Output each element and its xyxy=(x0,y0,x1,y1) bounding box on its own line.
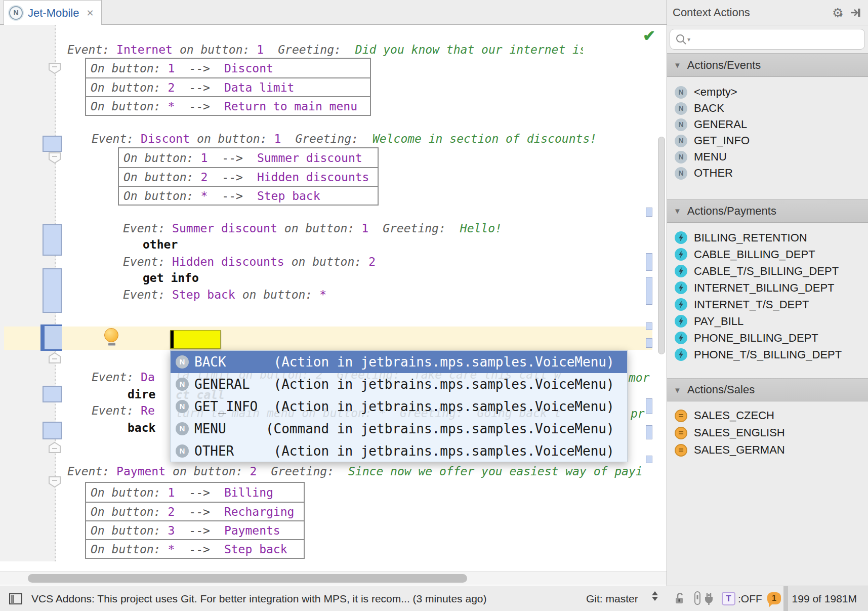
table-row[interactable]: On button:1-->Summer discount xyxy=(119,148,378,167)
stripe-marker[interactable] xyxy=(646,208,652,217)
collapse-icon[interactable]: ▼ xyxy=(674,61,681,69)
list-item[interactable]: CABLE_BILLING_DEPT xyxy=(667,246,868,263)
row-button[interactable]: 1 xyxy=(200,151,208,165)
memory-indicator[interactable]: 199 of 1981M xyxy=(783,586,868,611)
stripe-marker[interactable] xyxy=(646,277,652,305)
list-item[interactable]: NMENU xyxy=(667,149,868,165)
row-button[interactable]: * xyxy=(200,189,208,202)
button-value[interactable]: 1 xyxy=(361,222,368,235)
row-target[interactable]: Billing xyxy=(224,486,273,499)
git-branch-widget[interactable]: Git: master xyxy=(586,593,638,605)
edited-cell[interactable] xyxy=(170,330,221,349)
section-header-sales[interactable]: ▼ Actions/Sales xyxy=(667,378,868,401)
tab-close-icon[interactable]: ✕ xyxy=(86,8,94,19)
row-target[interactable]: Return to main menu xyxy=(224,100,357,113)
search-input[interactable]: ▾ xyxy=(670,29,865,50)
greeting-string[interactable]: Since now we offer you easiest way of pa… xyxy=(348,465,643,478)
greeting-string[interactable]: Did you know that our internet is faster xyxy=(355,43,583,57)
list-item[interactable]: =SALES_GERMAN xyxy=(667,441,868,459)
stripe-marker[interactable] xyxy=(646,322,652,330)
list-item[interactable]: NGET_INFO xyxy=(667,133,868,149)
button-value[interactable]: 1 xyxy=(274,132,281,145)
event-name[interactable]: Internet xyxy=(116,43,173,56)
unlock-icon[interactable] xyxy=(674,592,685,608)
intention-bulb-icon[interactable] xyxy=(104,328,119,347)
list-item[interactable]: NBACK xyxy=(667,100,868,116)
tab-jet-mobile[interactable]: N Jet-Mobile ✕ xyxy=(4,0,102,25)
greeting-string[interactable]: Hello! xyxy=(460,222,502,235)
table-row[interactable]: On button:2-->Data limit xyxy=(86,77,370,96)
table-row[interactable]: On button:*-->Return to main menu xyxy=(86,96,370,115)
table-row[interactable]: On button:*-->Step back xyxy=(119,186,378,205)
row-button[interactable]: 2 xyxy=(200,171,208,184)
toggle-toolwindows-icon[interactable] xyxy=(9,593,22,607)
list-item[interactable]: NGENERAL xyxy=(667,116,868,133)
vertical-scrollbar[interactable] xyxy=(658,137,665,354)
row-button[interactable]: 1 xyxy=(168,486,175,499)
completion-item-back[interactable]: NBACK (Action in jetbrains.mps.samples.V… xyxy=(171,351,627,373)
completion-item-get-info[interactable]: NGET_INFO (Action in jetbrains.mps.sampl… xyxy=(171,395,627,418)
row-target[interactable]: Step back xyxy=(257,189,320,202)
row-target[interactable]: Data limit xyxy=(224,81,294,94)
table-row[interactable]: On button:3-->Payments xyxy=(86,520,304,539)
row-target[interactable]: Hidden discounts xyxy=(257,171,369,184)
button-value[interactable]: 2 xyxy=(368,255,376,268)
row-button[interactable]: 3 xyxy=(168,524,175,537)
list-item[interactable]: BILLING_RETENTION xyxy=(667,229,868,246)
completion-item-general[interactable]: NGENERAL (Action in jetbrains.mps.sample… xyxy=(171,373,627,395)
branch-switch-icon[interactable] xyxy=(652,591,658,601)
event-name[interactable]: Da xyxy=(141,371,155,384)
greeting-string[interactable]: Welcome in section of discounts! xyxy=(373,132,597,145)
collapse-icon[interactable]: ▼ xyxy=(674,207,681,215)
list-item[interactable]: INTERNET_BILLING_DEPT xyxy=(667,279,868,296)
row-button[interactable]: 2 xyxy=(168,505,175,518)
row-target[interactable]: Step back xyxy=(224,543,287,556)
search-caret-icon[interactable]: ▾ xyxy=(687,36,690,43)
notification-badge[interactable]: 1 xyxy=(767,592,781,604)
list-item[interactable]: INTERNET_T/S_DEPT xyxy=(667,296,868,313)
list-item[interactable]: CABLE_T/S_BILLING_DEPT xyxy=(667,263,868,279)
list-item[interactable]: PHONE_BILLING_DEPT xyxy=(667,330,868,346)
typesystem-toggle[interactable]: T xyxy=(722,592,735,605)
plugin-plug-icon[interactable] xyxy=(702,591,715,608)
list-item[interactable]: =SALES_CZECH xyxy=(667,407,868,424)
section-header-payments[interactable]: ▼ Actions/Payments xyxy=(667,199,868,223)
event-name[interactable]: Step back xyxy=(172,288,235,301)
gear-icon[interactable]: ⚙▾ xyxy=(832,6,843,20)
stripe-marker[interactable] xyxy=(646,398,652,414)
column-mode-icon[interactable] xyxy=(694,591,700,608)
fold-handle-icon[interactable] xyxy=(48,62,61,74)
row-target[interactable]: Summer discount xyxy=(257,151,362,165)
event-name[interactable]: Payment xyxy=(116,465,166,478)
table-row[interactable]: On button:2-->Hidden discounts xyxy=(119,167,378,186)
button-value[interactable]: 1 xyxy=(257,43,264,56)
event-name[interactable]: Re xyxy=(141,404,155,417)
table-row[interactable]: On button:*-->Step back xyxy=(86,539,304,558)
list-item[interactable]: NOTHER xyxy=(667,165,868,181)
fold-handle-icon[interactable] xyxy=(48,441,61,454)
fold-handle-icon[interactable] xyxy=(48,352,61,364)
row-target[interactable]: Payments xyxy=(224,524,280,537)
stripe-marker[interactable] xyxy=(646,338,652,348)
fold-handle-icon[interactable] xyxy=(48,476,61,488)
hide-panel-icon[interactable] xyxy=(850,7,861,18)
stripe-marker[interactable] xyxy=(646,425,652,439)
editor-pane[interactable]: ✔ Event:Interneton button:1Greeting:Did … xyxy=(0,25,667,586)
event-name[interactable]: Summer discount xyxy=(172,222,277,235)
horizontal-scrollbar-track[interactable] xyxy=(0,571,667,585)
action-cell[interactable]: back xyxy=(128,421,155,435)
table-row[interactable]: On button:1-->Discont xyxy=(86,59,370,77)
row-target[interactable]: Recharging xyxy=(224,505,294,518)
list-item[interactable]: =SALES_ENGLISH xyxy=(667,424,868,441)
list-item[interactable]: PAY_BILL xyxy=(667,313,868,330)
button-value[interactable]: * xyxy=(319,288,326,301)
stripe-marker[interactable] xyxy=(646,456,652,463)
row-target[interactable]: Discont xyxy=(224,62,273,75)
completion-item-other[interactable]: NOTHER (Action in jetbrains.mps.samples.… xyxy=(171,440,627,462)
action-cell[interactable]: get info xyxy=(143,271,199,285)
row-button[interactable]: * xyxy=(168,100,175,113)
fold-handle-icon[interactable] xyxy=(48,152,61,164)
completion-item-menu[interactable]: NMENU (Command in jetbrains.mps.samples.… xyxy=(171,418,627,440)
row-button[interactable]: * xyxy=(168,543,175,556)
button-value[interactable]: 2 xyxy=(250,465,257,478)
